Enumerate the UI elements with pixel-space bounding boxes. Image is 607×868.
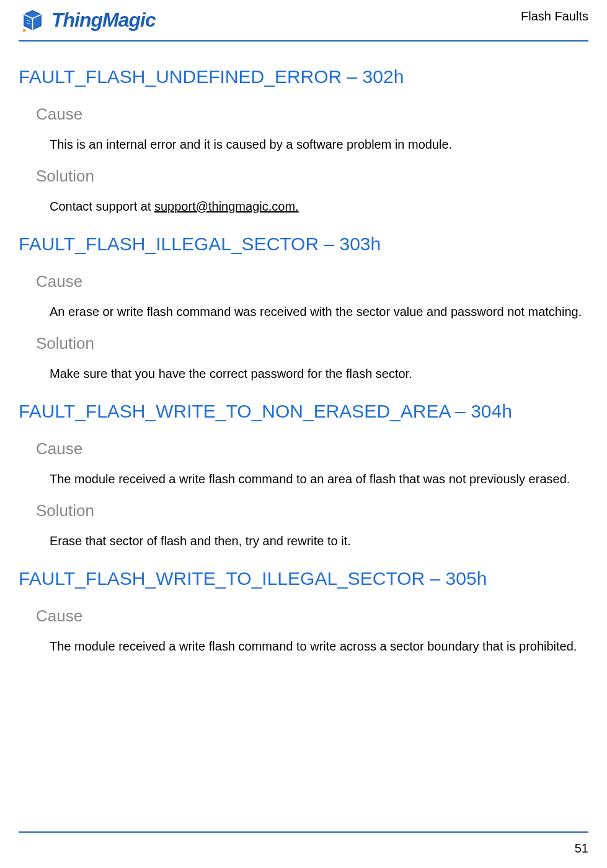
- fault-302-cause-text: This is an internal error and it is caus…: [50, 136, 588, 153]
- fault-302-solution-label: Solution: [36, 167, 588, 186]
- fault-303-cause-label: Cause: [36, 272, 588, 291]
- support-email-link[interactable]: support@thingmagic.com.: [154, 199, 299, 213]
- cube-icon: [19, 6, 47, 34]
- fault-304-solution-text: Erase that sector of flash and then, try…: [50, 533, 588, 550]
- fault-303-solution-text: Make sure that you have the correct pass…: [50, 366, 588, 382]
- page-footer: 51: [19, 831, 588, 856]
- fault-302-solution-text: Contact support at support@thingmagic.co…: [50, 198, 588, 215]
- fault-304-cause-label: Cause: [36, 439, 588, 458]
- fault-302-cause-label: Cause: [36, 105, 588, 124]
- fault-303-cause-text: An erase or write flash command was rece…: [50, 304, 588, 320]
- fault-304-solution-label: Solution: [36, 501, 588, 520]
- fault-305-cause-label: Cause: [36, 607, 588, 626]
- fault-303-title: FAULT_FLASH_ILLEGAL_SECTOR – 303h: [19, 234, 588, 255]
- fault-304-cause-text: The module received a write flash comman…: [50, 471, 588, 488]
- solution-prefix: Contact support at: [50, 199, 154, 213]
- brand-logo: ThingMagic: [19, 6, 156, 34]
- fault-302-title: FAULT_FLASH_UNDEFINED_ERROR – 302h: [19, 66, 588, 87]
- header-section-title: Flash Faults: [521, 6, 588, 24]
- fault-303-solution-label: Solution: [36, 334, 588, 353]
- brand-name: ThingMagic: [51, 9, 156, 32]
- fault-305-title: FAULT_FLASH_WRITE_TO_ILLEGAL_SECTOR – 30…: [19, 568, 588, 589]
- page-header: ThingMagic Flash Faults: [19, 0, 588, 42]
- fault-305-cause-text: The module received a write flash comman…: [50, 638, 588, 655]
- page-number: 51: [575, 841, 588, 855]
- fault-304-title: FAULT_FLASH_WRITE_TO_NON_ERASED_AREA – 3…: [19, 401, 588, 422]
- page-content: FAULT_FLASH_UNDEFINED_ERROR – 302h Cause…: [19, 66, 588, 655]
